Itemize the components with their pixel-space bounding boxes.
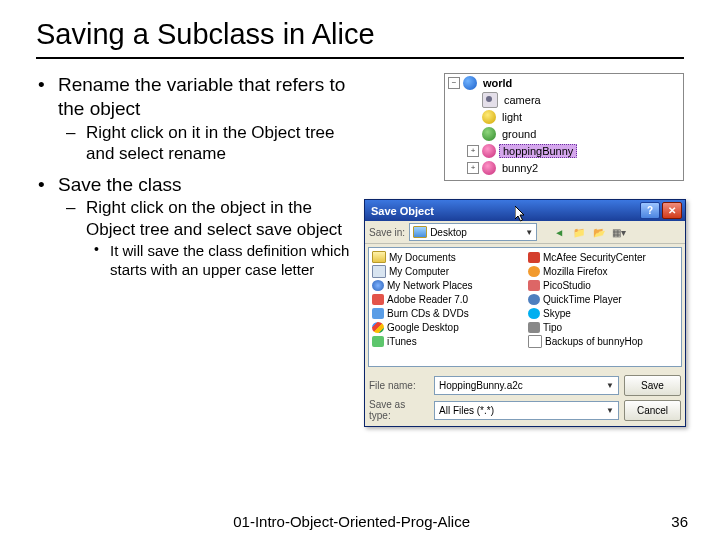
item-label: iTunes <box>387 336 417 347</box>
app-icon <box>528 322 540 333</box>
item-label: Backups of bunnyHop <box>545 336 643 347</box>
bullet-2: Save the class <box>58 174 182 195</box>
tree-row-world[interactable]: − world <box>445 74 683 91</box>
expand-icon[interactable]: + <box>467 162 479 174</box>
slide-title: Saving a Subclass in Alice <box>36 18 684 59</box>
tree-row-hoppingbunny[interactable]: + hoppingBunny <box>445 142 683 159</box>
object-tree-panel: − world camera light ground <box>444 73 684 181</box>
list-item[interactable]: Burn CDs & DVDs <box>372 306 522 320</box>
item-label: My Computer <box>389 266 449 277</box>
list-item[interactable]: Skype <box>528 306 678 320</box>
burn-icon <box>372 308 384 319</box>
help-button[interactable]: ? <box>640 202 660 219</box>
item-label: Google Desktop <box>387 322 459 333</box>
save-button[interactable]: Save <box>624 375 681 396</box>
collapse-icon[interactable]: − <box>448 77 460 89</box>
file-name-value: HoppingBunny.a2c <box>439 380 523 391</box>
skype-icon <box>528 308 540 319</box>
list-item[interactable]: Google Desktop <box>372 320 522 334</box>
cancel-button[interactable]: Cancel <box>624 400 681 421</box>
file-list[interactable]: My Documents My Computer My Network Plac… <box>368 247 682 367</box>
item-label: Tipo <box>543 322 562 333</box>
bullet-1-1: Right click on it in the Object tree and… <box>86 123 335 164</box>
up-folder-icon[interactable]: 📁 <box>571 224 587 240</box>
expand-icon[interactable]: + <box>467 145 479 157</box>
new-folder-icon[interactable]: 📂 <box>591 224 607 240</box>
file-name-field[interactable]: HoppingBunny.a2c▼ <box>434 376 619 395</box>
item-label: My Network Places <box>387 280 473 291</box>
item-label: QuickTime Player <box>543 294 622 305</box>
item-label: Skype <box>543 308 571 319</box>
computer-icon <box>372 265 386 278</box>
mcafee-icon <box>528 252 540 263</box>
save-as-type-label: Save as type: <box>369 399 429 421</box>
save-as-type-value: All Files (*.*) <box>439 405 494 416</box>
tree-row-camera[interactable]: camera <box>445 91 683 108</box>
dialog-title: Save Object <box>371 205 434 217</box>
list-item[interactable]: PicoStudio <box>528 278 678 292</box>
list-item[interactable]: McAfee SecurityCenter <box>528 250 678 264</box>
save-in-combo[interactable]: Desktop ▼ <box>409 223 537 241</box>
item-label: Mozilla Firefox <box>543 266 607 277</box>
tree-label: bunny2 <box>499 162 541 174</box>
bullet-list: Rename the variable that refers to the o… <box>36 73 352 287</box>
list-item[interactable]: Adobe Reader 7.0 <box>372 292 522 306</box>
ground-icon <box>482 127 496 141</box>
page-number: 36 <box>671 513 688 530</box>
save-in-value: Desktop <box>430 227 467 238</box>
chevron-down-icon: ▼ <box>606 381 614 390</box>
views-icon[interactable]: ▦▾ <box>611 224 627 240</box>
firefox-icon <box>528 266 540 277</box>
file-name-label: File name: <box>369 380 429 391</box>
list-item[interactable]: Backups of bunnyHop <box>528 334 678 348</box>
list-item[interactable]: My Computer <box>372 264 522 278</box>
tree-label: ground <box>499 128 539 140</box>
save-as-type-field[interactable]: All Files (*.*)▼ <box>434 401 619 420</box>
list-item[interactable]: iTunes <box>372 334 522 348</box>
item-label: McAfee SecurityCenter <box>543 252 646 263</box>
item-label: Burn CDs & DVDs <box>387 308 469 319</box>
tree-row-bunny2[interactable]: + bunny2 <box>445 159 683 176</box>
backup-icon <box>528 335 542 348</box>
quicktime-icon <box>528 294 540 305</box>
tree-label-selected: hoppingBunny <box>499 144 577 158</box>
list-item[interactable]: Mozilla Firefox <box>528 264 678 278</box>
item-label: PicoStudio <box>543 280 591 291</box>
item-label: Adobe Reader 7.0 <box>387 294 468 305</box>
list-item[interactable]: QuickTime Player <box>528 292 678 306</box>
world-icon <box>463 76 477 90</box>
tree-row-light[interactable]: light <box>445 108 683 125</box>
tree-label: camera <box>501 94 544 106</box>
tree-row-ground[interactable]: ground <box>445 125 683 142</box>
bullet-1: Rename the variable that refers to the o… <box>58 74 345 119</box>
save-in-label: Save in: <box>369 227 405 238</box>
light-icon <box>482 110 496 124</box>
bunny-icon <box>482 161 496 175</box>
bunny-icon <box>482 144 496 158</box>
network-icon <box>372 280 384 291</box>
slide-footer: 01-Intro-Object-Oriented-Prog-Alice 36 <box>0 513 720 530</box>
adobe-icon <box>372 294 384 305</box>
list-item[interactable]: My Network Places <box>372 278 522 292</box>
dialog-titlebar[interactable]: Save Object ? ✕ <box>365 200 685 221</box>
back-icon[interactable]: ◄ <box>551 224 567 240</box>
camera-icon <box>482 92 498 108</box>
bullet-2-1: Right click on the object in the Object … <box>86 198 342 239</box>
google-icon <box>372 322 384 333</box>
tree-label: world <box>480 77 515 89</box>
itunes-icon <box>372 336 384 347</box>
chevron-down-icon: ▼ <box>606 406 614 415</box>
folder-icon <box>372 251 386 263</box>
list-item[interactable]: My Documents <box>372 250 522 264</box>
bullet-2-1-1: It will save the class definition which … <box>110 242 349 278</box>
close-button[interactable]: ✕ <box>662 202 682 219</box>
desktop-icon <box>413 226 427 238</box>
list-item[interactable]: Tipo <box>528 320 678 334</box>
footer-text: 01-Intro-Object-Oriented-Prog-Alice <box>32 513 671 530</box>
save-object-dialog: Save Object ? ✕ Save in: Desktop ▼ ◄ 📁 � <box>364 199 686 427</box>
app-icon <box>528 280 540 291</box>
item-label: My Documents <box>389 252 456 263</box>
chevron-down-icon: ▼ <box>525 228 533 237</box>
tree-label: light <box>499 111 525 123</box>
